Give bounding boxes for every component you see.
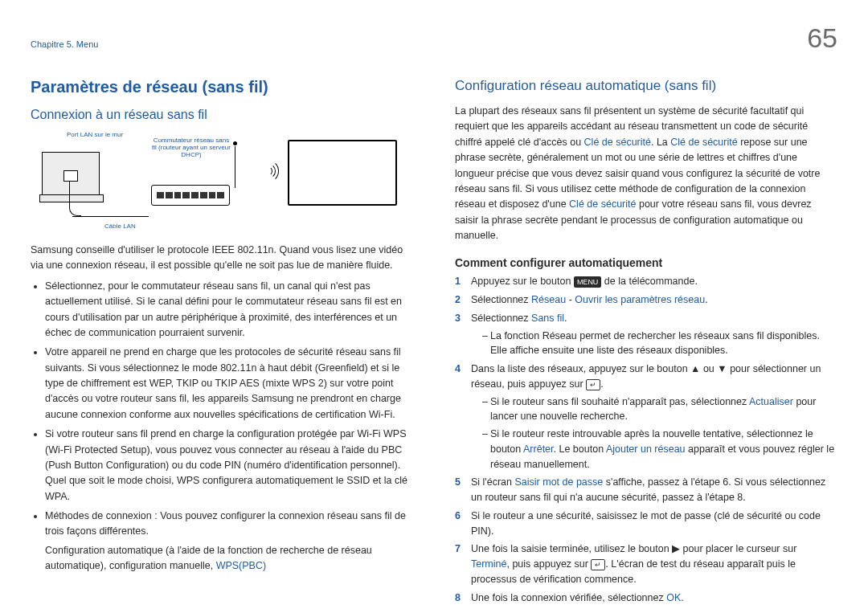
menu-ouvrir-params: Ouvrir les paramètres réseau: [575, 294, 705, 305]
section-title: Paramètres de réseau (sans fil): [31, 78, 413, 96]
action-ok: OK: [666, 592, 681, 603]
bullet-tail-pre: Configuration automatique (à l'aide de l…: [45, 545, 372, 571]
action-termine: Terminé: [471, 558, 506, 570]
lan-cable-icon: [72, 216, 149, 217]
bullet-text: Méthodes de connexion : Vous pouvez conf…: [45, 510, 406, 537]
bullet-item: Si votre routeur sans fil prend en charg…: [45, 427, 413, 505]
security-key-label: Clé de sécurité: [569, 198, 636, 210]
intro-text: Samsung conseille d'utiliser le protocol…: [31, 243, 413, 274]
menu-sans-fil: Sans fil: [531, 313, 564, 324]
tv-icon: [288, 140, 397, 206]
step-item: Une fois la saisie terminée, utilisez le…: [455, 541, 837, 586]
menu-button-icon: MENU: [574, 276, 602, 288]
wifi-signal-icon: [257, 161, 278, 182]
left-column: Paramètres de réseau (sans fil) Connexio…: [31, 78, 413, 610]
enter-icon: ↵: [586, 379, 600, 390]
enter-icon: ↵: [591, 559, 605, 570]
step-item: Sélectionnez Sans fil. La fonction Résea…: [455, 311, 837, 358]
bullet-item: Méthodes de connexion : Vous pouvez conf…: [45, 509, 413, 574]
substep-item: Si le routeur reste introuvable après la…: [482, 427, 837, 472]
wps-pbc-label: WPS(PBC): [216, 560, 267, 571]
step-item: Sélectionnez Réseau - Ouvrir les paramèt…: [455, 292, 837, 308]
step-item: Appuyez sur le bouton MENU de la télécom…: [455, 274, 837, 289]
bullet-item: Votre appareil ne prend en charge que le…: [45, 345, 413, 423]
menu-reseau: Réseau: [531, 294, 566, 305]
right-column: Configuration réseau automatique (sans f…: [455, 78, 837, 610]
step-item: Si le routeur a une sécurité, saisissez …: [455, 509, 837, 539]
substep-item: Si le routeur sans fil souhaité n'appara…: [482, 394, 837, 425]
step-item: Une fois la connexion vérifiée, sélectio…: [455, 591, 837, 606]
config-intro: La plupart des réseaux sans fil présente…: [455, 104, 837, 243]
antenna-icon: [235, 146, 235, 188]
diagram-label-router: Commutateur réseau sans fil (routeur aya…: [151, 137, 231, 158]
step-item: Dans la liste des réseaux, appuyez sur l…: [455, 362, 837, 472]
bullet-item: Sélectionnez, pour le commutateur réseau…: [45, 279, 413, 341]
action-actualiser: Actualiser: [749, 396, 793, 407]
security-key-label: Clé de sécurité: [584, 137, 651, 148]
howto-heading: Comment configurer automatiquement: [455, 256, 837, 269]
chapter-link[interactable]: Chapitre 5. Menu: [31, 39, 98, 49]
diagram-label-wall: Port LAN sur le mur: [63, 131, 127, 138]
network-diagram: Port LAN sur le mur Câble LAN Commutateu…: [31, 132, 413, 228]
page-number: 65: [807, 22, 837, 54]
diagram-label-cable: Câble LAN: [104, 223, 136, 230]
substep-item: La fonction Réseau permet de rechercher …: [482, 329, 837, 359]
subsection-config-auto: Configuration réseau automatique (sans f…: [455, 78, 837, 94]
step-item: Si l'écran Saisir mot de passe s'affiche…: [455, 475, 837, 505]
action-ajouter-reseau: Ajouter un réseau: [606, 443, 686, 455]
action-arreter: Arrêter: [523, 443, 554, 455]
subsection-connexion: Connexion à un réseau sans fil: [31, 108, 413, 122]
security-key-label: Clé de sécurité: [670, 137, 737, 148]
router-icon: [151, 185, 230, 206]
screen-saisir-mdp: Saisir mot de passe: [515, 476, 604, 488]
